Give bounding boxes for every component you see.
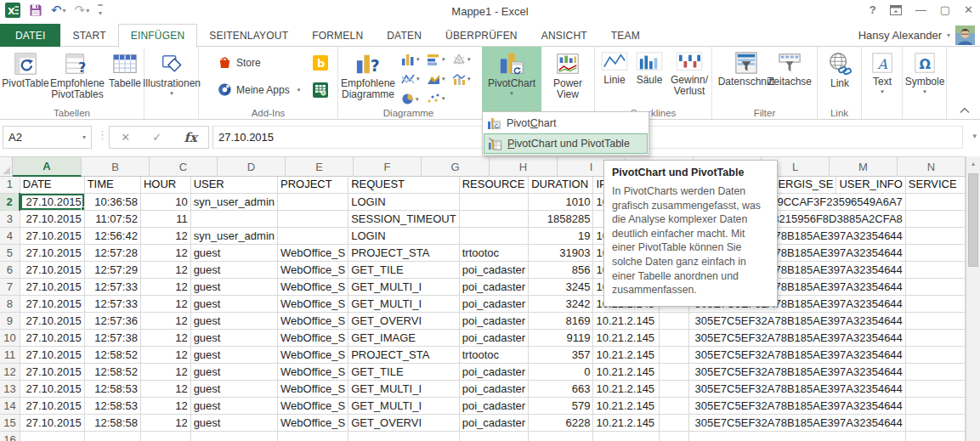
- cell-B8[interactable]: 12:57:33: [84, 295, 140, 312]
- cell-A16[interactable]: [20, 431, 84, 441]
- cell-K9[interactable]: 305E7C5EF32A78B185AE397A32354644: [689, 312, 906, 329]
- row-header-16[interactable]: 16: [0, 431, 20, 441]
- cell-E15[interactable]: WebOffice_S: [278, 414, 348, 431]
- cell-D11[interactable]: guest: [190, 346, 277, 363]
- row-header-14[interactable]: 14: [0, 397, 20, 414]
- cell-K12[interactable]: 305E7C5EF32A78B185AE397A32354644: [689, 363, 906, 380]
- combo-chart-button[interactable]: ▾: [452, 73, 471, 85]
- close-icon[interactable]: ✕: [964, 3, 973, 16]
- gewinn-verlust-button[interactable]: Gewinn/Verlust: [668, 48, 711, 97]
- cell-C5[interactable]: 12: [140, 244, 190, 261]
- cell-F15[interactable]: GET_OVERVI: [348, 414, 460, 431]
- column-header-H[interactable]: H: [490, 157, 558, 177]
- cell-G8[interactable]: poi_cadaster: [459, 295, 528, 312]
- cell-H8[interactable]: 3242: [529, 295, 593, 312]
- cell-E1[interactable]: PROJECT: [278, 176, 348, 193]
- cell-I15[interactable]: 10.21.2.145: [593, 414, 659, 431]
- cell-C12[interactable]: 12: [140, 363, 190, 380]
- cell-K10[interactable]: 305E7C5EF32A78B185AE397A32354644: [689, 329, 906, 346]
- illustrationen-button[interactable]: Illustrationen ▾: [146, 48, 197, 96]
- cell-G4[interactable]: [459, 227, 528, 244]
- cell-C8[interactable]: 12: [140, 295, 190, 312]
- cell-A1[interactable]: DATE: [20, 176, 84, 193]
- cell-F3[interactable]: SESSION_TIMEOUT: [348, 210, 460, 227]
- cell-F14[interactable]: GET_MULTI_I: [348, 397, 460, 414]
- cell-N10[interactable]: [905, 329, 965, 346]
- cell-N9[interactable]: [905, 312, 965, 329]
- tab-ueberpruefen[interactable]: ÜBERPRÜFEN: [433, 24, 530, 47]
- cell-N16[interactable]: [905, 431, 965, 441]
- cell-A10[interactable]: 27.10.2015: [20, 329, 84, 346]
- cell-N1[interactable]: SERVICE: [905, 176, 965, 193]
- cell-B1[interactable]: TIME: [84, 176, 140, 193]
- minimize-icon[interactable]: —: [915, 3, 926, 16]
- cell-F5[interactable]: PROJECT_STA: [348, 244, 460, 261]
- meine-apps-button[interactable]: Meine Apps ▾: [218, 82, 300, 97]
- cell-F4[interactable]: LOGIN: [348, 227, 460, 244]
- linie-sparkline-button[interactable]: Linie: [598, 48, 631, 86]
- cell-A6[interactable]: 27.10.2015: [20, 261, 84, 278]
- cell-H3[interactable]: 1858285: [529, 210, 593, 227]
- row-header-7[interactable]: 7: [0, 278, 20, 295]
- cell-E12[interactable]: WebOffice_S: [278, 363, 348, 380]
- cell-D14[interactable]: guest: [190, 397, 277, 414]
- cell-H5[interactable]: 31903: [529, 244, 593, 261]
- column-chart-button[interactable]: ▾: [401, 54, 420, 65]
- cell-G3[interactable]: [459, 210, 528, 227]
- cell-H9[interactable]: 8169: [529, 312, 593, 329]
- cell-I12[interactable]: 10.21.2.145: [593, 363, 659, 380]
- cell-F9[interactable]: GET_OVERVI: [348, 312, 460, 329]
- green-addin-button[interactable]: [313, 82, 328, 98]
- cell-N8[interactable]: [905, 295, 965, 312]
- cell-J10[interactable]: [659, 329, 688, 346]
- bing-addin-button[interactable]: b: [313, 55, 328, 71]
- cell-N13[interactable]: [905, 380, 965, 397]
- cell-A7[interactable]: 27.10.2015: [20, 278, 84, 295]
- cell-N5[interactable]: [905, 244, 965, 261]
- cell-H6[interactable]: 856: [529, 261, 593, 278]
- cell-D6[interactable]: guest: [190, 261, 277, 278]
- cell-E16[interactable]: [278, 431, 348, 441]
- cell-E8[interactable]: WebOffice_S: [278, 295, 348, 312]
- area-chart-button[interactable]: ▾: [427, 73, 445, 85]
- empfohlene-diagramme-button[interactable]: ? EmpfohleneDiagramme: [340, 48, 396, 100]
- row-header-6[interactable]: 6: [0, 261, 20, 278]
- cell-B10[interactable]: 12:57:38: [84, 329, 140, 346]
- tab-seitenlayout[interactable]: SEITENLAYOUT: [197, 24, 300, 47]
- cell-H12[interactable]: 0: [529, 363, 593, 380]
- cell-F2[interactable]: LOGIN: [348, 193, 460, 210]
- cell-H2[interactable]: 1010: [529, 193, 593, 210]
- pie-chart-button[interactable]: ▾: [401, 93, 419, 105]
- cell-C10[interactable]: 12: [140, 329, 190, 346]
- cell-K14[interactable]: 305E7C5EF32A78B185AE397A32354644: [689, 397, 906, 414]
- cell-K16[interactable]: [689, 431, 906, 441]
- row-header-10[interactable]: 10: [0, 329, 20, 346]
- cell-J11[interactable]: [659, 346, 688, 363]
- cell-B15[interactable]: 12:58:58: [84, 414, 140, 431]
- cell-E9[interactable]: WebOffice_S: [278, 312, 348, 329]
- column-header-N[interactable]: N: [898, 157, 966, 177]
- cell-C9[interactable]: 12: [140, 312, 190, 329]
- select-all-corner[interactable]: [0, 157, 13, 177]
- cell-E11[interactable]: WebOffice_S: [278, 346, 348, 363]
- cell-N4[interactable]: [905, 227, 965, 244]
- cell-G7[interactable]: poi_cadaster: [459, 278, 528, 295]
- cell-A9[interactable]: 27.10.2015: [20, 312, 84, 329]
- cell-E7[interactable]: WebOffice_S: [278, 278, 348, 295]
- collapse-ribbon-icon[interactable]: [960, 107, 970, 114]
- cell-H10[interactable]: 9119: [529, 329, 593, 346]
- cell-B7[interactable]: 12:57:33: [84, 278, 140, 295]
- cell-D16[interactable]: [190, 431, 277, 441]
- insert-function-icon[interactable]: fx: [184, 130, 196, 145]
- cell-J15[interactable]: [659, 414, 688, 431]
- cell-G11[interactable]: trtootoc: [459, 346, 528, 363]
- cell-K15[interactable]: 305E7C5EF32A78B185AE397A32354644: [689, 414, 906, 431]
- cell-B14[interactable]: 12:58:53: [84, 397, 140, 414]
- cell-B16[interactable]: [84, 431, 140, 441]
- cell-D1[interactable]: USER: [190, 176, 277, 193]
- row-header-4[interactable]: 4: [0, 227, 20, 244]
- cell-E4[interactable]: [278, 227, 348, 244]
- cell-B3[interactable]: 11:07:52: [84, 210, 140, 227]
- symbole-button[interactable]: Ω Symbole ▾: [904, 48, 945, 94]
- cell-G13[interactable]: poi_cadaster: [459, 380, 528, 397]
